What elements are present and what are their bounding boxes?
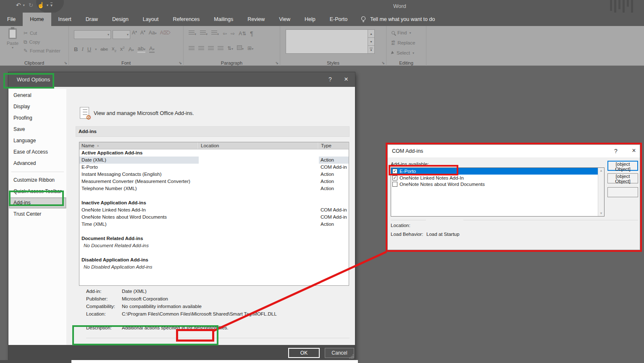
align-center-button[interactable] (198, 46, 204, 51)
addin-row[interactable]: Date (XML)Action (79, 157, 349, 164)
paste-button[interactable]: Paste ▾ (3, 28, 22, 57)
tab-draw[interactable]: Draw (79, 13, 105, 26)
tab-layout[interactable]: Layout (136, 13, 166, 26)
styles-gallery-scrollbar[interactable]: ▲ ▼ ▼ (368, 30, 374, 53)
addin-row[interactable]: OneNote Notes about Word DocumentsCOM Ad… (79, 214, 349, 221)
sort-button[interactable]: A⇅ (239, 31, 246, 37)
underline-button[interactable]: U (87, 46, 91, 52)
text-effects-button[interactable]: A▾ (129, 46, 134, 52)
redo-icon[interactable]: ↻ (29, 2, 34, 8)
touch-mode-dropdown-icon[interactable]: ▾ (47, 3, 48, 7)
format-painter-button[interactable]: ✎Format Painter (24, 48, 60, 54)
column-header-type[interactable]: Type (319, 142, 349, 149)
sidebar-item-add-ins[interactable]: Add-ins (9, 197, 66, 209)
tab-e-porto[interactable]: E-Porto (323, 13, 355, 26)
align-right-button[interactable] (208, 46, 214, 51)
font-name-combo[interactable]: ▾ (74, 30, 111, 39)
tab-review[interactable]: Review (240, 13, 272, 26)
superscript-button[interactable]: x2 (120, 46, 125, 52)
subscript-button[interactable]: x2 (112, 45, 116, 53)
italic-button[interactable]: I (81, 46, 83, 52)
highlight-color-button[interactable]: ab▾ (137, 45, 145, 53)
font-size-combo[interactable]: ▾ (113, 30, 130, 39)
addin-row[interactable]: Measurement Converter (Measurement Conve… (79, 178, 349, 185)
sidebar-item-display[interactable]: Display (9, 101, 66, 112)
com-addins-title-bar[interactable]: COM Add-ins (388, 145, 640, 157)
styles-gallery[interactable]: ▲ ▼ ▼ (286, 29, 375, 54)
clipboard-dialog-launcher-icon[interactable]: ⇘ (64, 61, 67, 65)
styles-scroll-down-icon[interactable]: ▼ (368, 38, 374, 46)
tab-insert[interactable]: Insert (51, 13, 79, 26)
borders-button[interactable]: ⊞▾ (247, 45, 253, 51)
customize-qat-icon[interactable]: ▾ (50, 3, 53, 8)
styles-scroll-up-icon[interactable]: ▲ (368, 30, 374, 38)
addin-row[interactable]: OneNote Linked Notes Add-InCOM Add-in (79, 206, 349, 214)
ok-button[interactable]: [object Object] (607, 161, 638, 171)
addin-row[interactable]: Telephone Number (XML)Action (79, 185, 349, 192)
checkbox-checked-icon[interactable]: ✓ (392, 169, 397, 174)
sidebar-item-advanced[interactable]: Advanced (9, 158, 66, 169)
underline-dropdown-icon[interactable]: ▾ (95, 47, 97, 51)
sidebar-item-proofing[interactable]: Proofing (9, 112, 66, 124)
undo-icon[interactable]: ↶ (16, 2, 21, 8)
tab-home[interactable]: Home (23, 13, 51, 26)
line-spacing-button[interactable]: ⇅▾ (227, 45, 233, 51)
addin-row[interactable]: E-PortoCOM Add-in (79, 164, 349, 171)
align-left-button[interactable] (189, 46, 195, 51)
copy-button[interactable]: ⧉Copy (24, 39, 60, 45)
scroll-up-icon[interactable]: ▲ (598, 169, 604, 172)
sidebar-item-customize-ribbon[interactable]: Customize Ribbon (9, 175, 66, 186)
font-dialog-launcher-icon[interactable]: ⇘ (179, 61, 182, 65)
shading-button[interactable]: ▾ (237, 45, 244, 51)
replace-button[interactable]: abac Replace (392, 40, 415, 45)
add-button[interactable] (607, 187, 638, 197)
sidebar-item-quick-access-toolbar[interactable]: Quick Access Toolbar (9, 186, 66, 197)
com-addins-help-button[interactable]: ? (610, 145, 622, 157)
tab-help[interactable]: Help (297, 13, 323, 26)
checkbox-checked-icon[interactable]: ✓ (392, 175, 397, 180)
bullets-button[interactable]: ▾ (189, 31, 196, 37)
com-addin-item-onenote-linked-notes-add-in[interactable]: ✓OneNote Linked Notes Add-In (391, 175, 604, 181)
tab-design[interactable]: Design (105, 13, 136, 26)
increase-indent-button[interactable]: ⇨ (231, 31, 235, 37)
word-options-close-button[interactable]: × (339, 72, 353, 87)
com-addins-close-button[interactable]: × (627, 145, 641, 157)
column-header-location[interactable]: Location (199, 142, 319, 149)
checkbox-unchecked-icon[interactable] (392, 182, 397, 187)
font-color-button[interactable]: A▾ (149, 45, 155, 53)
com-list-scrollbar[interactable]: ▲ ▼ (598, 168, 604, 216)
cancel-button[interactable]: [object Object] (607, 173, 638, 183)
paragraph-dialog-launcher-icon[interactable]: ⇘ (275, 61, 279, 65)
styles-gallery-more-icon[interactable]: ▼ (368, 46, 374, 53)
change-case-button[interactable]: Aa▾ (149, 30, 157, 36)
numbering-button[interactable]: ▾ (200, 31, 208, 37)
styles-dialog-launcher-icon[interactable]: ⇘ (381, 61, 385, 65)
sidebar-item-language[interactable]: Language (9, 135, 66, 146)
justify-button[interactable] (218, 46, 223, 51)
word-options-cancel-button[interactable]: Cancel (325, 348, 354, 358)
show-paragraph-marks-button[interactable]: ¶ (250, 30, 253, 37)
grow-font-button[interactable]: A▴ (132, 29, 137, 36)
word-options-title-bar[interactable]: Word Options (8, 72, 355, 87)
tab-mailings[interactable]: Mailings (207, 13, 240, 26)
shrink-font-button[interactable]: A▾ (140, 29, 145, 36)
com-addin-item-e-porto[interactable]: ✓E-Porto (391, 168, 604, 175)
sidebar-item-save[interactable]: Save (9, 124, 66, 135)
find-button[interactable]: Find▾ (392, 30, 411, 35)
clear-formatting-button[interactable]: A⌦ (160, 30, 171, 36)
scroll-down-icon[interactable]: ▼ (598, 212, 604, 215)
com-addin-item-onenote-notes-about-word-documents[interactable]: OneNote Notes about Word Documents (391, 181, 604, 187)
word-options-ok-button[interactable]: OK (288, 348, 320, 358)
paste-dropdown-icon[interactable]: ▾ (3, 46, 22, 50)
sidebar-item-ease-of-access[interactable]: Ease of Access (9, 146, 66, 158)
tab-references[interactable]: References (166, 13, 207, 26)
strikethrough-button[interactable]: abc (100, 47, 108, 52)
select-button[interactable]: Select▾ (392, 50, 414, 55)
cut-button[interactable]: ✂Cut (24, 30, 60, 36)
touch-mode-icon[interactable]: ☝ (37, 2, 44, 8)
tell-me-box[interactable]: Tell me what you want to do (355, 13, 441, 26)
word-options-help-button[interactable]: ? (324, 72, 336, 87)
tab-view[interactable]: View (272, 13, 297, 26)
tab-file[interactable]: File (0, 13, 23, 26)
multilevel-list-button[interactable]: ▾ (211, 31, 219, 37)
